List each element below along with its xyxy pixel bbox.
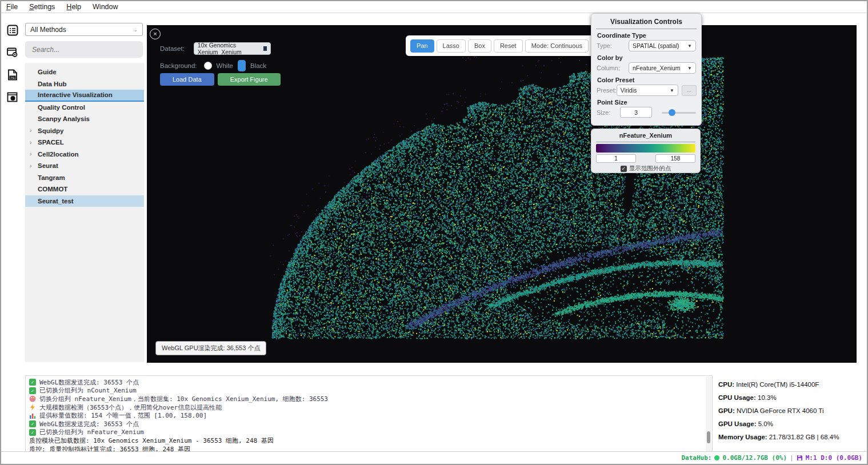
close-icon[interactable]: × [150, 29, 161, 39]
color-preset-select[interactable]: Viridis▼ [617, 85, 678, 96]
log-line: 质控模块已加载数据: 10x Genomics Xenium_Xenium - … [29, 436, 709, 445]
log-line: ✓WebGL数据发送完成: 36553 个点 [29, 420, 709, 428]
dataset-select[interactable]: 10x Genomics Xenium_Xenium [194, 42, 271, 55]
color-preset-heading: Color Preset [597, 77, 695, 83]
log-scrollbar-thumb[interactable] [707, 431, 710, 443]
log-line: ✓WebGL数据发送完成: 36553 个点 [29, 378, 709, 387]
sidebar-item-guide[interactable]: Guide [25, 66, 144, 78]
system-info-line: GPU: NVIDIA GeForce RTX 4060 Ti [718, 404, 864, 418]
methods-list-icon[interactable] [6, 24, 19, 37]
sidebar: All Methods ⌄ GuideData HubInteractive V… [25, 23, 144, 363]
app-window: FileSettingsHelpWindow log All Methods ⌄… [0, 0, 868, 465]
chevron-right-icon: › [30, 151, 31, 157]
sidebar-item-label: Data Hub [38, 81, 66, 87]
system-info: CPU: Intel(R) Core(TM) i5-14400FCPU Usag… [718, 378, 864, 444]
menu-item-window[interactable]: Window [93, 3, 118, 11]
log-console: ✓WebGL数据发送完成: 36553 个点✓已切换分组列为 nCount_Xe… [25, 375, 713, 453]
log-text: 大规模数据检测（36553个点），使用简化hover信息以提高性能 [39, 403, 222, 412]
sidebar-item-label: Cell2location [38, 151, 79, 158]
point-size-heading: Point Size [597, 99, 695, 106]
methods-filter-value: All Methods [30, 26, 66, 34]
caret-down-icon: ▼ [687, 66, 692, 71]
sidebar-item-label: Guide [38, 69, 57, 75]
toolbar-button-mode-continuous[interactable]: Mode: Continuous [525, 39, 589, 53]
load-data-button[interactable]: Load Data [160, 73, 214, 86]
background-row: Background: WhiteBlack [160, 60, 266, 71]
coordinate-type-select[interactable]: SPATIAL (spatial)▼ [629, 40, 696, 51]
methods-filter-select[interactable]: All Methods ⌄ [25, 23, 143, 36]
menu-item-help[interactable]: Help [66, 3, 81, 11]
menu-item-file[interactable]: File [6, 3, 18, 11]
sidebar-item-quality-control[interactable]: Quality Control [25, 102, 144, 114]
log-line: ✓已切换分组列为 nFeature_Xenium [29, 428, 709, 437]
sidebar-item-spacel[interactable]: ›SPACEL [25, 137, 144, 149]
log-text: WebGL数据发送完成: 36553 个点 [39, 420, 139, 428]
sidebar-item-label: Seurat [38, 162, 58, 169]
background-radio-white[interactable] [204, 62, 212, 70]
sidebar-item-scanpy-analysis[interactable]: Scanpy Analysis [25, 113, 144, 125]
export-figure-button[interactable]: Export Figure [218, 73, 281, 86]
system-info-line: CPU: Intel(R) Core(TM) i5-14400F [718, 378, 864, 391]
log-scrollbar[interactable] [706, 376, 711, 452]
legend-min-input[interactable] [596, 154, 636, 163]
search-input[interactable] [25, 41, 143, 58]
column-label: Column: [597, 65, 620, 71]
preset-more-button[interactable]: ... [682, 85, 697, 96]
log-text: 已切换分组列为 nCount_Xenium [39, 386, 137, 395]
status-dot-icon [714, 455, 719, 460]
sidebar-item-seurat[interactable]: ›Seurat [25, 160, 144, 172]
slider-track [662, 112, 696, 114]
check-icon: ✓ [29, 420, 36, 427]
sidebar-item-data-hub[interactable]: Data Hub [25, 78, 144, 90]
point-size-slider[interactable] [662, 109, 696, 117]
chevron-right-icon: › [30, 127, 31, 134]
log-file-icon[interactable]: log [6, 69, 19, 81]
status-bar: DataHub: 0.0GB/12.7GB (0%) | M:1 D:0 (0.… [1, 451, 867, 464]
toolbar-button-lasso[interactable]: Lasso [437, 39, 466, 53]
menu-bar: FileSettingsHelpWindow [1, 1, 867, 13]
toolbar-button-box[interactable]: Box [468, 39, 491, 53]
datahub-value: 0.0GB/12.7GB (0%) [722, 454, 787, 462]
type-label: Type: [597, 42, 612, 49]
log-text: 已切换分组列为 nFeature_Xenium [39, 428, 144, 436]
system-info-line: Memory Usage: 21.78/31.82 GB | 68.4% [718, 431, 864, 444]
floppy-disk-icon [797, 455, 803, 461]
toolbar-button-pan[interactable]: Pan [410, 39, 434, 53]
slider-thumb[interactable] [669, 109, 675, 116]
status-separator: | [790, 454, 794, 462]
log-text: WebGL数据发送完成: 36553 个点 [39, 378, 139, 387]
window-settings-icon[interactable] [6, 46, 19, 59]
background-option-label: White [217, 62, 233, 69]
legend-title: nFeature_Xenium [591, 132, 700, 139]
show-out-of-range-checkbox[interactable]: ✓ [621, 166, 627, 172]
log-line: 提供标量值数据: 154 个唯一值，范围 [1.00, 158.00] [29, 411, 709, 420]
dataset-label: Dataset: [160, 45, 185, 52]
background-radio-black[interactable] [238, 60, 246, 71]
color-column-select[interactable]: nFeature_Xenium▼ [629, 62, 696, 74]
toolbar-button-reset[interactable]: Reset [494, 39, 523, 53]
webgl-status-badge: WebGL GPU渲染完成: 36,553 个点 [155, 341, 266, 355]
memory-disk-value: M:1 D:0 (0.0GB) [806, 454, 862, 462]
log-line: 切换分组列 nFeature_Xenium，当前数据集: 10x Genomic… [29, 395, 709, 403]
sidebar-item-label: Seurat_test [38, 198, 74, 205]
legend-max-input[interactable] [655, 154, 695, 163]
screenshot-icon[interactable] [6, 91, 19, 103]
point-size-input[interactable] [620, 107, 652, 118]
sidebar-item-seurat-test[interactable]: Seurat_test [25, 195, 144, 207]
menu-item-settings[interactable]: Settings [29, 3, 55, 11]
sidebar-item-cell2location[interactable]: ›Cell2location [25, 149, 144, 161]
sidebar-item-interactive-visualization[interactable]: Interactive Visualization [25, 90, 144, 102]
visualization-controls-panel: Visualization Controls Coordinate Type T… [591, 13, 702, 126]
sidebar-item-tangram[interactable]: Tangram [25, 172, 144, 184]
datahub-label: DataHub: [681, 454, 711, 462]
sidebar-item-commot[interactable]: COMMOT [25, 183, 144, 195]
preset-label: Preset: [597, 87, 617, 94]
caret-down-icon: ▼ [670, 88, 674, 93]
sidebar-item-label: Tangram [38, 174, 65, 181]
sidebar-item-label: SPACEL [38, 139, 64, 146]
chevron-down-icon: ⌄ [133, 27, 138, 33]
sidebar-item-squidpy[interactable]: ›Squidpy [25, 125, 144, 137]
background-label: Background: [160, 62, 197, 69]
log-text: 切换分组列 nFeature_Xenium，当前数据集: 10x Genomic… [39, 395, 328, 403]
size-label: Size: [597, 109, 610, 116]
